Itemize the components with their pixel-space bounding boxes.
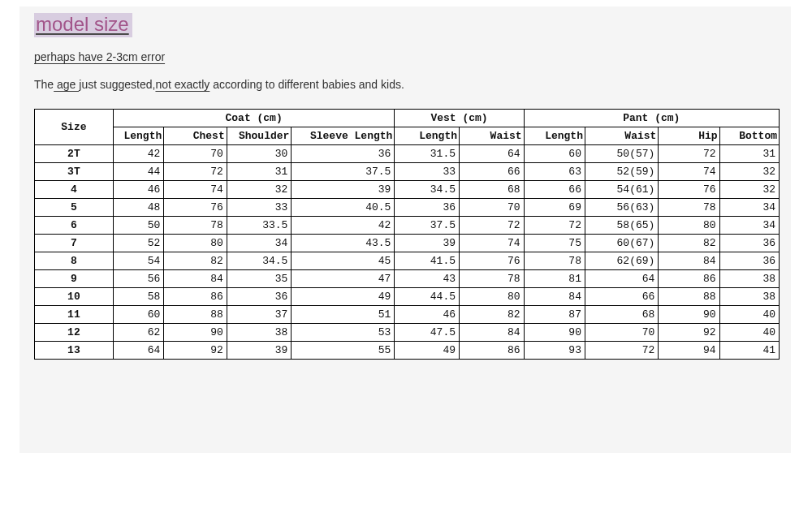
cell-coat: 88 xyxy=(164,306,227,324)
cell-vest: 49 xyxy=(395,342,460,360)
cell-coat: 54 xyxy=(113,252,163,270)
cell-coat: 42 xyxy=(113,145,163,163)
cell-pant: 70 xyxy=(585,324,658,342)
cell-size: 7 xyxy=(35,235,114,252)
cell-vest: 78 xyxy=(460,270,525,288)
cell-pant: 90 xyxy=(659,306,719,324)
cell-vest: 84 xyxy=(460,324,525,342)
cell-pant: 86 xyxy=(659,270,719,288)
cell-pant: 84 xyxy=(659,252,719,270)
cell-vest: 86 xyxy=(460,342,525,360)
cell-coat: 31 xyxy=(227,163,292,181)
table-row: 956843547437881648638 xyxy=(35,270,780,288)
cell-pant: 50(57) xyxy=(585,145,658,163)
cell-pant: 32 xyxy=(719,181,779,199)
cell-vest: 68 xyxy=(460,181,525,199)
cell-pant: 72 xyxy=(585,342,658,360)
cell-coat: 50 xyxy=(113,217,163,235)
table-row: 105886364944.58084668838 xyxy=(35,288,780,306)
cell-coat: 46 xyxy=(113,181,163,199)
cell-coat: 72 xyxy=(164,163,227,181)
cell-size: 9 xyxy=(35,270,114,288)
age-note: The age just suggested,not exactly accor… xyxy=(34,78,776,91)
cell-pant: 84 xyxy=(524,288,585,306)
cell-coat: 42 xyxy=(292,217,395,235)
cell-vest: 82 xyxy=(460,306,525,324)
cell-coat: 34 xyxy=(227,235,292,252)
cell-pant: 34 xyxy=(719,217,779,235)
cell-pant: 69 xyxy=(524,199,585,217)
cell-coat: 51 xyxy=(292,306,395,324)
table-row: 8548234.54541.5767862(69)8436 xyxy=(35,252,780,270)
size-table: Size Coat (cm) Vest (cm) Pant (cm) Lengt… xyxy=(34,109,780,360)
cell-vest: 64 xyxy=(460,145,525,163)
cell-pant: 78 xyxy=(524,252,585,270)
cell-pant: 74 xyxy=(659,163,719,181)
cell-coat: 82 xyxy=(164,252,227,270)
header-vest-waist: Waist xyxy=(460,127,525,145)
cell-pant: 58(65) xyxy=(585,217,658,235)
cell-coat: 49 xyxy=(292,288,395,306)
table-row: 1364923955498693729441 xyxy=(35,342,780,360)
cell-pant: 56(63) xyxy=(585,199,658,217)
cell-coat: 48 xyxy=(113,199,163,217)
header-vest-length: Length xyxy=(395,127,460,145)
cell-size: 10 xyxy=(35,288,114,306)
cell-vest: 36 xyxy=(395,199,460,217)
cell-coat: 33.5 xyxy=(227,217,292,235)
cell-size: 4 xyxy=(35,181,114,199)
cell-coat: 70 xyxy=(164,145,227,163)
cell-coat: 74 xyxy=(164,181,227,199)
table-row: 44674323934.5686654(61)7632 xyxy=(35,181,780,199)
cell-vest: 37.5 xyxy=(395,217,460,235)
cell-coat: 80 xyxy=(164,235,227,252)
cell-vest: 33 xyxy=(395,163,460,181)
cell-coat: 47 xyxy=(292,270,395,288)
cell-vest: 80 xyxy=(460,288,525,306)
cell-pant: 72 xyxy=(524,217,585,235)
cell-pant: 32 xyxy=(719,163,779,181)
cell-coat: 35 xyxy=(227,270,292,288)
cell-size: 12 xyxy=(35,324,114,342)
cell-pant: 78 xyxy=(659,199,719,217)
cell-coat: 37.5 xyxy=(292,163,395,181)
cell-coat: 56 xyxy=(113,270,163,288)
table-row: 752803443.539747560(67)8236 xyxy=(35,235,780,252)
header-coat-sleeve: Sleeve Length xyxy=(292,127,395,145)
cell-pant: 76 xyxy=(659,181,719,199)
header-pant-hip: Hip xyxy=(659,127,719,145)
cell-coat: 43.5 xyxy=(292,235,395,252)
cell-pant: 66 xyxy=(524,181,585,199)
cell-coat: 92 xyxy=(164,342,227,360)
cell-coat: 34.5 xyxy=(227,252,292,270)
header-pant-length: Length xyxy=(524,127,585,145)
cell-pant: 68 xyxy=(585,306,658,324)
cell-pant: 63 xyxy=(524,163,585,181)
cell-coat: 30 xyxy=(227,145,292,163)
error-note: perhaps have 2-3cm error xyxy=(34,50,776,63)
cell-pant: 38 xyxy=(719,270,779,288)
cell-size: 11 xyxy=(35,306,114,324)
cell-coat: 78 xyxy=(164,217,227,235)
cell-size: 6 xyxy=(35,217,114,235)
cell-coat: 53 xyxy=(292,324,395,342)
cell-coat: 84 xyxy=(164,270,227,288)
cell-coat: 39 xyxy=(227,342,292,360)
cell-coat: 40.5 xyxy=(292,199,395,217)
table-body: 2T4270303631.5646050(57)72313T44723137.5… xyxy=(35,145,780,360)
table-row: 6507833.54237.5727258(65)8034 xyxy=(35,217,780,235)
cell-pant: 31 xyxy=(719,145,779,163)
cell-pant: 82 xyxy=(659,235,719,252)
cell-vest: 34.5 xyxy=(395,181,460,199)
table-row: 126290385347.58490709240 xyxy=(35,324,780,342)
age-note-post: according to different babies and kids. xyxy=(209,78,404,91)
cell-pant: 54(61) xyxy=(585,181,658,199)
cell-pant: 34 xyxy=(719,199,779,217)
cell-pant: 93 xyxy=(524,342,585,360)
cell-size: 2T xyxy=(35,145,114,163)
table-header: Size Coat (cm) Vest (cm) Pant (cm) Lengt… xyxy=(35,110,780,145)
cell-vest: 31.5 xyxy=(395,145,460,163)
header-coat-chest: Chest xyxy=(164,127,227,145)
cell-pant: 80 xyxy=(659,217,719,235)
cell-coat: 60 xyxy=(113,306,163,324)
